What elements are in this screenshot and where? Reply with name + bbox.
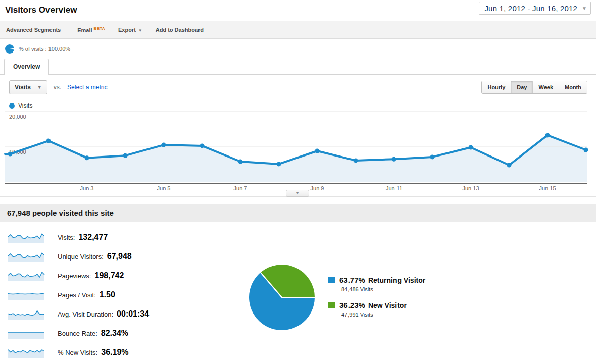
metric-label: Pages / Visit: xyxy=(58,291,96,299)
svg-text:Jun 15: Jun 15 xyxy=(539,185,556,191)
export-button[interactable]: Export▼ xyxy=(118,27,142,33)
returning-visitor-label: Returning Visitor xyxy=(368,276,425,284)
new-visitor-pct: 36.23% xyxy=(339,301,365,309)
svg-text:Jun 11: Jun 11 xyxy=(386,185,402,191)
date-range-label: Jun 1, 2012 - Jun 16, 2012 xyxy=(484,4,577,13)
metric-value: 198,742 xyxy=(94,271,124,280)
chevron-down-icon: ▼ xyxy=(138,28,142,33)
granularity-hourly-button[interactable]: Hourly xyxy=(482,81,511,93)
add-to-dashboard-button[interactable]: Add to Dashboard xyxy=(156,27,204,33)
metric-dropdown[interactable]: Visits ▼ xyxy=(9,80,47,94)
returning-visitor-visits: 84,486 Visits xyxy=(341,286,495,292)
visitors-overview-page: Visitors Overview Jun 1, 2012 - Jun 16, … xyxy=(0,0,596,364)
avg-visit-duration-sparkline xyxy=(7,308,45,320)
date-range-selector[interactable]: Jun 1, 2012 - Jun 16, 2012 ▼ xyxy=(479,2,591,15)
svg-text:Jun 13: Jun 13 xyxy=(462,185,479,191)
unique-visitors-sparkline xyxy=(7,251,45,262)
returning-visitor-pct: 63.77% xyxy=(339,276,365,284)
metric-row-pageviews: Pageviews: 198,742 xyxy=(7,270,149,282)
new-visitor-label: New Visitor xyxy=(368,301,407,309)
metric-value: 00:01:34 xyxy=(117,309,149,319)
summary-banner-text: 67,948 people visited this site xyxy=(0,204,596,222)
metric-row-bounce-rate: Bounce Rate: 82.34% xyxy=(7,327,149,339)
svg-text:Jun 7: Jun 7 xyxy=(234,185,247,191)
metric-label: Unique Visitors: xyxy=(58,253,104,261)
chevron-down-icon: ▼ xyxy=(582,6,587,11)
new-visits-sparkline xyxy=(7,347,45,358)
metric-dropdown-label: Visits xyxy=(15,84,31,91)
segment-bar: % of visits : 100.00% xyxy=(0,39,596,58)
svg-text:20,000: 20,000 xyxy=(9,114,26,120)
series-dot-icon xyxy=(9,103,15,109)
chart-controls: Visits ▼ vs. Select a metric xyxy=(9,80,107,94)
metric-value: 1.50 xyxy=(100,290,115,299)
email-button[interactable]: EmailBETA xyxy=(77,26,105,33)
metric-row-pages-per-visit: Pages / Visit: 1.50 xyxy=(7,289,149,301)
svg-text:Jun 9: Jun 9 xyxy=(311,185,324,191)
percent-of-visits-label: % of visits : 100.00% xyxy=(19,46,70,52)
metric-list: Visits: 132,477 Unique Visitors: 67,948 … xyxy=(7,231,149,364)
granularity-switcher: Hourly Day Week Month xyxy=(481,81,587,94)
pie-legend-returning: 63.77% Returning Visitor 84,486 Visits xyxy=(328,276,495,292)
page-title: Visitors Overview xyxy=(5,5,77,15)
returning-visitor-swatch-icon xyxy=(328,277,335,283)
summary-banner: 67,948 people visited this site xyxy=(0,204,596,222)
bounce-rate-sparkline xyxy=(7,328,45,339)
metric-row-visits: Visits: 132,477 xyxy=(7,231,149,243)
svg-text:Jun 5: Jun 5 xyxy=(157,185,171,191)
pie-segment-icon[interactable] xyxy=(5,44,14,54)
pie-legend-new: 36.23% New Visitor 47,991 Visits xyxy=(328,301,495,318)
metric-row-new-visits: % New Visits: 36.19% xyxy=(7,346,149,358)
metric-value: 82.34% xyxy=(101,329,128,338)
metric-label: Bounce Rate: xyxy=(58,330,97,337)
visits-sparkline xyxy=(7,232,45,243)
metric-value: 36.19% xyxy=(101,348,128,357)
new-visitor-swatch-icon xyxy=(328,302,335,308)
select-metric-link[interactable]: Select a metric xyxy=(67,84,107,91)
chart-collapse-handle[interactable]: ▾ xyxy=(286,190,309,197)
series-legend-label: Visits xyxy=(18,102,32,109)
metric-label: Pageviews: xyxy=(58,272,91,280)
metric-label: Visits: xyxy=(58,234,75,241)
visitor-type-pie-chart[interactable] xyxy=(247,263,318,334)
toolbar-divider xyxy=(69,25,69,35)
metric-label: Avg. Visit Duration: xyxy=(58,310,113,318)
series-legend: Visits xyxy=(9,102,32,109)
granularity-month-button[interactable]: Month xyxy=(559,81,587,93)
metric-label: % New Visits: xyxy=(58,349,97,356)
svg-text:Jun 3: Jun 3 xyxy=(80,185,94,191)
new-visitor-visits: 47,991 Visits xyxy=(341,311,495,318)
advanced-segments-button[interactable]: Advanced Segments xyxy=(6,27,61,33)
pie-legend: 63.77% Returning Visitor 84,486 Visits 3… xyxy=(328,276,495,326)
granularity-day-button[interactable]: Day xyxy=(511,81,532,93)
pageviews-sparkline xyxy=(7,270,45,281)
beta-badge: BETA xyxy=(94,26,105,31)
pages-per-visit-sparkline xyxy=(7,289,45,300)
metric-row-unique-visitors: Unique Visitors: 67,948 xyxy=(7,250,149,263)
metric-row-avg-visit-duration: Avg. Visit Duration: 00:01:34 xyxy=(7,308,149,320)
tab-overview[interactable]: Overview xyxy=(4,59,49,75)
email-label: Email xyxy=(77,27,92,33)
action-toolbar: Advanced Segments EmailBETA Export▼ Add … xyxy=(0,21,596,39)
granularity-week-button[interactable]: Week xyxy=(532,81,559,93)
vs-label: vs. xyxy=(54,84,61,91)
metric-value: 132,477 xyxy=(78,233,108,242)
metric-value: 67,948 xyxy=(107,252,132,261)
export-label: Export xyxy=(118,27,136,33)
visits-line-chart[interactable]: 20,00010,000Jun 3Jun 5Jun 7Jun 9Jun 11Ju… xyxy=(0,110,596,192)
tab-divider xyxy=(0,74,596,75)
chevron-down-icon: ▼ xyxy=(37,85,42,90)
